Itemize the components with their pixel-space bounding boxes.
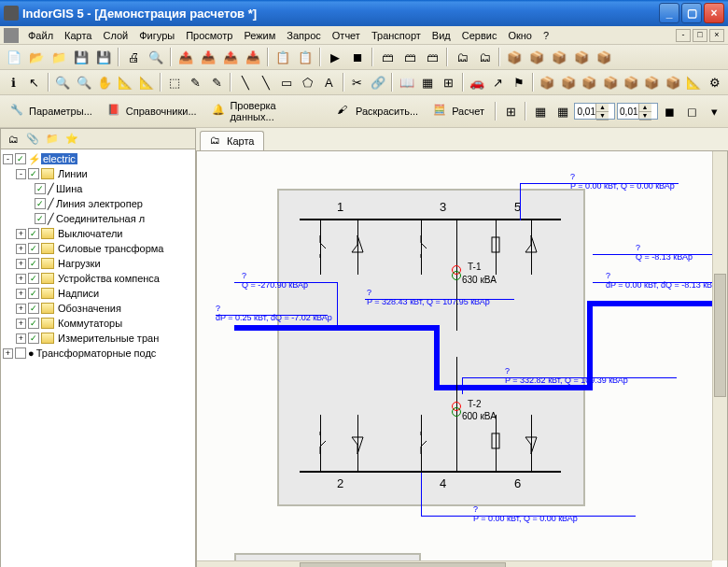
menu-window[interactable]: Окно [502,28,538,43]
expand-icon[interactable]: + [16,319,26,329]
expand-icon[interactable]: + [16,259,26,269]
menu-service[interactable]: Сервис [456,28,503,43]
box-f-icon[interactable]: 📦 [642,72,661,92]
info-icon[interactable]: ℹ [4,72,22,92]
zoomout-icon[interactable]: 🔍 [74,72,92,92]
cube1-icon[interactable]: 📦 [504,47,525,67]
checkbox-icon[interactable]: ✓ [15,153,26,164]
menu-view2[interactable]: Вид [427,28,456,43]
refs-button[interactable]: 📕 Справочники... [101,101,203,121]
line-icon[interactable]: ╲ [235,72,254,92]
spin-x[interactable]: 0,01▲▼ [574,103,615,120]
menu-mode[interactable]: Режим [238,28,281,43]
select-icon[interactable]: ⬚ [165,72,184,92]
spin-y[interactable]: 0,01▲▼ [617,103,658,120]
knife-icon[interactable]: ✂ [348,72,367,92]
stab-star-icon[interactable]: ⭐ [63,131,80,148]
menu-view[interactable]: Просмотр [180,28,238,43]
menu-help[interactable]: ? [538,28,554,43]
checkbox-icon[interactable]: ✓ [28,258,39,269]
tool-b-icon[interactable]: 🗂 [474,47,495,67]
pan-icon[interactable]: ✋ [95,72,114,92]
import2-icon[interactable]: 📥 [243,47,263,67]
minimize-button[interactable]: _ [659,3,679,23]
angle-icon[interactable]: 📐 [137,72,156,92]
params-button[interactable]: 🔧 Параметры... [4,101,99,121]
tab-map[interactable]: 🗂 Карта [200,131,264,150]
export2-icon[interactable]: 📤 [220,47,241,67]
tree-transformers[interactable]: + ✓ Силовые трансформа [3,241,193,256]
grid-icon[interactable]: ▦ [418,72,437,92]
rect-icon[interactable]: ▭ [277,72,296,92]
polyline-icon[interactable]: ╲ [257,72,275,92]
checkbox-icon[interactable]: ✓ [28,168,39,179]
tree-loads[interactable]: + ✓ Нагрузки [3,256,193,271]
color-bg-icon[interactable]: ◻ [681,101,702,121]
opt1-icon[interactable]: ⊞ [500,101,521,121]
text-icon[interactable]: A [319,72,338,92]
expand-icon[interactable]: + [16,244,26,254]
print-icon[interactable]: 🖨 [123,47,144,67]
tree-meters[interactable]: + ✓ Измерительные тран [3,331,193,346]
export-icon[interactable]: 📤 [175,47,196,67]
saveall-icon[interactable]: 💾 [93,47,114,67]
tree-connector[interactable]: ✓ ╱ Соединительная л [3,211,193,226]
open2-icon[interactable]: 📁 [49,47,69,67]
snap-icon[interactable]: ⊞ [439,72,457,92]
menu-transport[interactable]: Транспорт [366,28,427,43]
close-button[interactable]: × [704,3,724,23]
stab-folder-icon[interactable]: 📁 [44,131,61,148]
check-button[interactable]: 🔔 Проверка данных... [205,97,329,125]
checkbox-icon[interactable]: ✓ [35,183,46,194]
layer-tree[interactable]: - ✓ ⚡ electric - ✓ Линии ✓ ╱ Шина ✓ ╱ Ли… [1,149,195,567]
menu-figures[interactable]: Фигуры [133,28,180,43]
menu-file[interactable]: Файл [22,28,59,43]
db1-icon[interactable]: 🗃 [377,47,398,67]
checkbox-icon[interactable]: ✓ [35,213,46,224]
tree-compensation[interactable]: + ✓ Устройства компенса [3,271,193,286]
calc-button[interactable]: 🧮 Расчет [427,101,491,121]
menu-map[interactable]: Карта [59,28,97,43]
tree-labels[interactable]: + ✓ Надписи [3,286,193,301]
stab-layers-icon[interactable]: 🗂 [5,131,21,148]
start-icon[interactable]: ▶ [325,47,345,67]
stop-icon[interactable]: ⏹ [347,47,368,67]
expand-icon[interactable]: + [16,289,26,299]
scrollbar-vertical[interactable] [712,151,727,560]
box-b-icon[interactable]: 📦 [559,72,578,92]
car-icon[interactable]: 🚗 [468,72,486,92]
checkbox-icon[interactable]: ✓ [28,228,39,239]
scrollbar-horizontal[interactable] [197,560,712,567]
dropdown-icon[interactable]: ▾ [704,101,724,121]
checkbox-icon[interactable]: ✓ [35,198,46,209]
box-d-icon[interactable]: 📦 [600,72,619,92]
mdi-close[interactable]: × [709,29,724,42]
glue-icon[interactable]: 🔗 [369,72,387,92]
cube5-icon[interactable]: 📦 [594,47,614,67]
checkbox-icon[interactable]: ✓ [28,243,39,254]
tree-switches[interactable]: + ✓ Выключатели [3,226,193,241]
expand-icon[interactable]: + [16,304,26,314]
cube3-icon[interactable]: 📦 [549,47,569,67]
scroll-thumb[interactable] [714,274,726,396]
grid2-icon[interactable]: ▦ [553,101,573,121]
box-c-icon[interactable]: 📦 [580,72,598,92]
zoomin-icon[interactable]: 🔍 [53,72,72,92]
expand-icon[interactable]: + [16,229,26,239]
tree-lines[interactable]: - ✓ Линии [3,166,193,181]
checkbox-icon[interactable]: ✓ [28,303,39,314]
grid1-icon[interactable]: ▦ [530,101,551,121]
flag-icon[interactable]: ⚑ [510,72,528,92]
layer-add-icon[interactable]: 📋 [273,47,293,67]
scroll-thumb[interactable] [300,562,506,567]
db2-icon[interactable]: 🗃 [399,47,420,67]
stab-clip-icon[interactable]: 📎 [24,131,41,148]
box-g-icon[interactable]: 📦 [664,72,682,92]
cube4-icon[interactable]: 📦 [571,47,592,67]
tree-root[interactable]: - ✓ ⚡ electric [3,151,193,166]
preview-icon[interactable]: 🔍 [146,47,166,67]
node-icon[interactable]: ✎ [207,72,226,92]
expand-icon[interactable]: + [3,348,13,359]
db3-icon[interactable]: 🗃 [422,47,442,67]
tree-powerline[interactable]: ✓ ╱ Линия электропер [3,196,193,211]
